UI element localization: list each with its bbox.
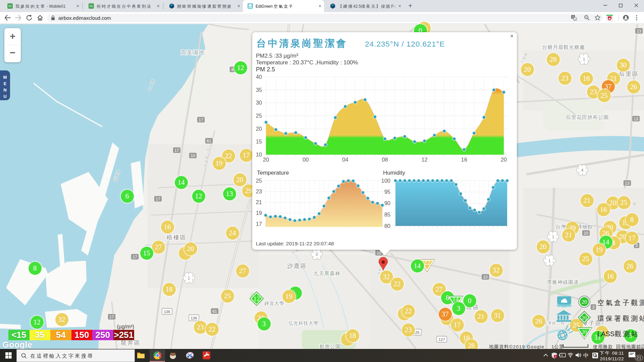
svg-text:25: 25	[256, 113, 262, 119]
svg-text:40: 40	[256, 74, 262, 80]
svg-text:08: 08	[382, 157, 388, 163]
svg-text:20: 20	[263, 157, 269, 163]
svg-text:100: 100	[381, 178, 390, 184]
svg-text:80: 80	[384, 223, 390, 229]
svg-text:19: 19	[256, 210, 262, 216]
svg-text:15: 15	[256, 138, 262, 144]
svg-text:00: 00	[303, 157, 309, 163]
svg-text:35: 35	[256, 87, 262, 93]
svg-text:90: 90	[384, 200, 390, 206]
svg-text:21: 21	[256, 199, 262, 205]
svg-text:20: 20	[256, 126, 262, 132]
svg-text:25: 25	[256, 178, 262, 184]
svg-text:95: 95	[384, 189, 390, 195]
svg-text:12: 12	[421, 157, 427, 163]
svg-text:17: 17	[256, 221, 262, 227]
svg-text:04: 04	[342, 157, 348, 163]
svg-text:10: 10	[256, 152, 262, 158]
svg-text:20: 20	[501, 157, 507, 163]
svg-text:16: 16	[461, 157, 467, 163]
svg-text:85: 85	[384, 212, 390, 218]
svg-text:30: 30	[256, 100, 262, 106]
svg-text:23: 23	[256, 188, 262, 194]
